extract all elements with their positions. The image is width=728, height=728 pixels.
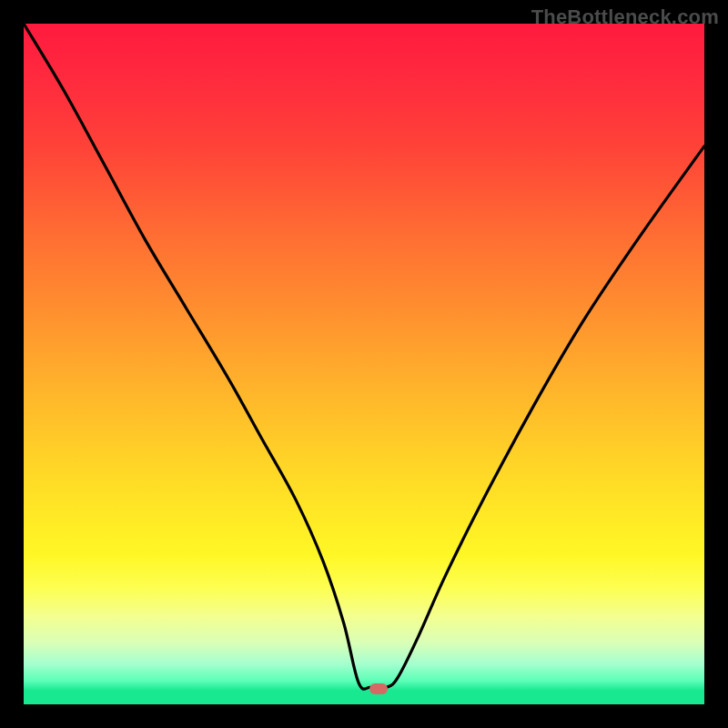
- bottleneck-curve: [24, 24, 704, 704]
- chart-plot-area: [24, 24, 704, 704]
- watermark-text: TheBottleneck.com: [531, 5, 719, 29]
- optimal-point-marker: [369, 683, 388, 694]
- chart-frame: TheBottleneck.com: [0, 0, 728, 728]
